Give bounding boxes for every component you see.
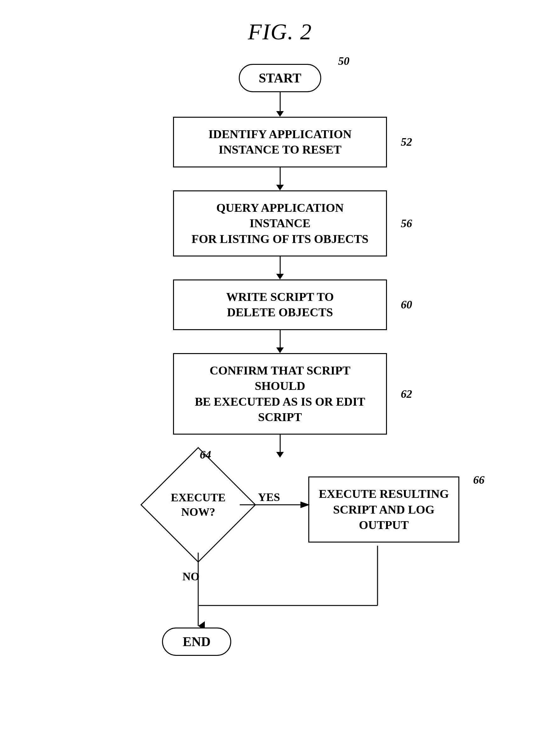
arrow-56-to-60 (276, 256, 284, 279)
arrow-60-to-62 (276, 330, 284, 353)
start-node: 50 START (239, 64, 321, 117)
arrow-start-to-52 (276, 92, 284, 117)
step-62-wrapper: CONFIRM THAT SCRIPT SHOULDBE EXECUTED AS… (173, 353, 387, 435)
figure-title: FIG. 2 (248, 19, 312, 45)
step-56-ref: 56 (401, 217, 412, 230)
step-52-text: IDENTIFY APPLICATIONINSTANCE TO RESET (209, 127, 352, 156)
decision-section: EXECUTENOW? 64 EXECUTE RESULTINGSCRIPT A… (107, 458, 453, 653)
step-60-text: WRITE SCRIPT TODELETE OBJECTS (226, 290, 334, 319)
start-ref: 50 (338, 54, 350, 68)
step-56-box: QUERY APPLICATION INSTANCEFOR LISTING OF… (173, 190, 387, 256)
step-66-ref: 66 (473, 473, 484, 487)
no-label: NO (182, 570, 199, 583)
step-60-wrapper: WRITE SCRIPT TODELETE OBJECTS 60 (173, 279, 387, 330)
step-62-ref: 62 (401, 388, 412, 401)
flow-arrows-svg: YES NO (107, 458, 453, 653)
step-52-ref: 52 (401, 135, 412, 148)
start-capsule-wrapper: 50 START (239, 64, 321, 92)
end-capsule: END (162, 628, 231, 656)
arrow-62-to-64 (276, 435, 284, 458)
flowchart: 50 START IDENTIFY APPLICATIONINSTANCE TO… (91, 64, 469, 653)
yes-label: YES (258, 491, 280, 504)
step-56-wrapper: QUERY APPLICATION INSTANCEFOR LISTING OF… (173, 190, 387, 256)
page: FIG. 2 50 START IDENTIFY APPLICATIONINST… (0, 0, 560, 732)
arrow-52-to-56 (276, 167, 284, 190)
step-62-text: CONFIRM THAT SCRIPT SHOULDBE EXECUTED AS… (195, 364, 365, 424)
start-capsule: START (239, 64, 321, 92)
decision-text: EXECUTENOW? (171, 490, 226, 520)
step-52-box: IDENTIFY APPLICATIONINSTANCE TO RESET (173, 117, 387, 167)
step-60-ref: 60 (401, 298, 412, 311)
step-52-wrapper: IDENTIFY APPLICATIONINSTANCE TO RESET 52 (173, 117, 387, 167)
step-56-text: QUERY APPLICATION INSTANCEFOR LISTING OF… (192, 201, 368, 245)
step-62-box: CONFIRM THAT SCRIPT SHOULDBE EXECUTED AS… (173, 353, 387, 435)
end-capsule-wrapper: END (162, 628, 231, 656)
step-60-box: WRITE SCRIPT TODELETE OBJECTS (173, 279, 387, 330)
